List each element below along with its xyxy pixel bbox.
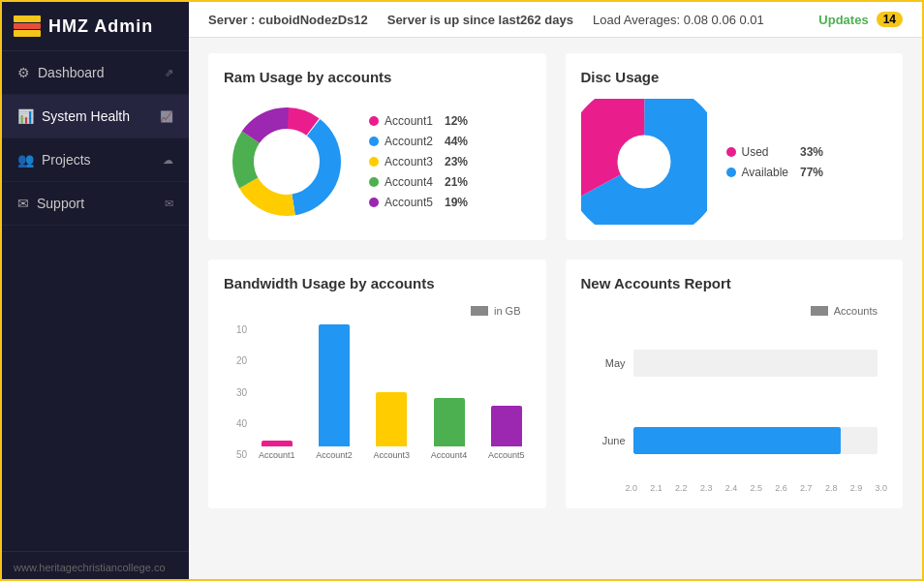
svg-rect-1 (14, 23, 41, 29)
sidebar-logo: HMZ Admin (2, 2, 189, 51)
ram-chart-box: Ram Usage by accounts (208, 53, 546, 240)
sidebar-item-projects[interactable]: 👥 Projects ☁ (2, 138, 189, 182)
label-account3: Account3 (385, 155, 433, 168)
uptime-days: 262 days (520, 13, 573, 27)
pct-account5: 19% (439, 196, 468, 209)
pct-available: 77% (794, 166, 823, 179)
bar-label-account4: Account4 (431, 450, 468, 460)
bar-account3: Account3 (368, 392, 416, 460)
disc-chart-title: Disc Usage (581, 69, 888, 85)
updates-link[interactable]: Updates (818, 13, 868, 27)
pct-account1: 12% (439, 114, 468, 128)
bandwidth-chart-box: Bandwidth Usage by accounts in GB 50 40 … (208, 260, 546, 508)
ram-chart-title: Ram Usage by accounts (224, 69, 531, 85)
bar-account1: Account1 (253, 441, 300, 460)
accounts-swatch (811, 306, 828, 316)
month-may: May (591, 357, 626, 369)
accounts-legend: Accounts (581, 305, 888, 317)
label-account4: Account4 (385, 175, 433, 189)
june-bar-track (633, 427, 878, 454)
label-account1: Account1 (385, 114, 433, 128)
main-content: Server : cuboidNodezDs12 Server is up si… (189, 2, 922, 579)
may-bar-track (633, 350, 878, 377)
sidebar-item-system-health[interactable]: 📊 System Health 📈 (2, 95, 189, 138)
svg-point-9 (591, 108, 697, 215)
svg-rect-2 (14, 30, 41, 37)
dot-used (726, 147, 736, 157)
uptime-text: Server is up since last262 days (387, 13, 573, 27)
accounts-row-may: May (591, 350, 878, 377)
dot-account2 (369, 137, 379, 146)
legend-account3: Account3 23% (369, 155, 468, 168)
bandwidth-swatch (471, 306, 488, 316)
june-bar-fill (633, 427, 842, 454)
pie-chart-svg (581, 99, 707, 225)
pct-account2: 44% (439, 135, 468, 148)
cloud-icon: ☁ (163, 154, 173, 167)
disc-legend: Used 33% Available 77% (726, 145, 823, 179)
legend-account4: Account4 21% (369, 175, 468, 189)
logo-icon (14, 15, 41, 37)
accounts-x-axis: 2.0 2.1 2.2 2.3 2.4 2.5 2.6 2.7 2.8 2.9 … (581, 483, 888, 493)
legend-account2: Account2 44% (369, 135, 468, 148)
bandwidth-legend: in GB (224, 305, 531, 317)
bandwidth-y-axis: 50 40 30 20 10 (224, 324, 251, 460)
ram-legend: Account1 12% Account2 44% Account3 23% (369, 114, 468, 209)
disc-chart-box: Disc Usage Used 33% (566, 53, 904, 240)
sidebar: HMZ Admin ⚙ Dashboard ⇗ 📊 System Health … (2, 2, 189, 581)
support-icon: ✉ (17, 196, 29, 211)
bar-rect-account5 (491, 406, 522, 446)
bar-rect-account2 (319, 324, 350, 446)
dot-available (726, 168, 736, 177)
label-used: Used (742, 145, 769, 159)
legend-account1: Account1 12% (369, 114, 468, 128)
bar-rect-account4 (434, 398, 465, 446)
sidebar-item-support[interactable]: ✉ Support ✉ (2, 182, 189, 226)
pct-account4: 21% (439, 175, 468, 189)
accounts-legend-label: Accounts (834, 305, 878, 317)
chart-icon: 📈 (160, 110, 173, 123)
legend-account5: Account5 19% (369, 196, 468, 209)
share-icon: ⇗ (165, 67, 173, 79)
bar-rect-account3 (376, 392, 407, 446)
sidebar-item-dashboard[interactable]: ⚙ Dashboard ⇗ (2, 51, 189, 95)
dot-account3 (369, 157, 379, 167)
bandwidth-chart-title: Bandwidth Usage by accounts (224, 275, 531, 291)
bandwidth-legend-label: in GB (494, 305, 521, 317)
svg-rect-0 (14, 15, 41, 22)
legend-available: Available 77% (726, 166, 823, 179)
month-june: June (591, 435, 626, 446)
legend-used: Used 33% (726, 145, 823, 159)
svg-point-7 (243, 118, 330, 205)
mail-icon: ✉ (165, 198, 173, 210)
dot-account5 (369, 198, 379, 207)
bar-account2: Account2 (310, 324, 357, 460)
sidebar-footer: www.heritagechristiancollege.co (2, 551, 189, 581)
accounts-chart-area: Accounts May June (581, 305, 888, 493)
dashboard-icon: ⚙ (17, 65, 30, 80)
bar-label-account2: Account2 (316, 450, 353, 460)
donut-area: Account1 12% Account2 44% Account3 23% (224, 99, 531, 225)
bars-group: Account1 Account2 Account3 (253, 324, 531, 460)
bar-rect-account1 (262, 441, 293, 446)
sidebar-label-dashboard: Dashboard (38, 65, 105, 80)
accounts-wrapper: May June (581, 324, 888, 479)
dot-account1 (369, 116, 379, 126)
updates-area: Updates 14 (818, 12, 903, 27)
logo-text: HMZ Admin (48, 16, 153, 37)
bar-label-account5: Account5 (488, 450, 525, 460)
pct-account3: 23% (439, 155, 468, 168)
bar-account4: Account4 (425, 398, 473, 460)
updates-badge: 14 (877, 12, 903, 27)
server-name: Server : cuboidNodezDs12 (208, 13, 368, 27)
accounts-row-june: June (591, 427, 878, 454)
label-available: Available (742, 166, 788, 179)
pct-used: 33% (794, 145, 823, 159)
bandwidth-chart-area: in GB 50 40 30 20 10 (224, 305, 531, 479)
topbar: Server : cuboidNodezDs12 Server is up si… (189, 2, 922, 38)
label-account5: Account5 (385, 196, 433, 209)
sidebar-label-support: Support (37, 196, 84, 211)
charts-row-1: Ram Usage by accounts (208, 53, 903, 240)
content-area: Ram Usage by accounts (189, 38, 922, 579)
accounts-chart-title: New Accounts Report (581, 275, 888, 291)
